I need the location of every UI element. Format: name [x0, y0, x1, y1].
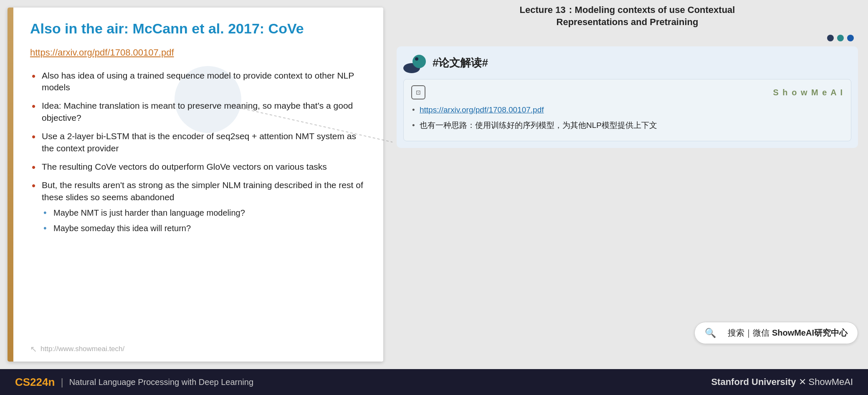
bottom-left: CS224n | Natural Language Processing wit…	[15, 376, 253, 389]
bullet-list: Also has idea of using a trained sequenc…	[30, 70, 367, 234]
card-bullet-link: https://arxiv.org/pdf/1708.00107.pdf	[411, 104, 843, 116]
bullet-item-2: Idea: Machine translation is meant to pr…	[30, 100, 367, 124]
card-bullet-list: https://arxiv.org/pdf/1708.00107.pdf 也有一…	[411, 104, 843, 131]
sub-bullet-item-2: Maybe someday this idea will return?	[42, 223, 367, 234]
search-text: 搜索｜微信 ShowMeAI研究中心	[728, 327, 848, 339]
dots-row	[397, 35, 858, 41]
search-icon: 🔍	[705, 328, 716, 339]
showmeai-card: ⊡ S h o w M e A I https://arxiv.org/pdf/…	[403, 79, 851, 141]
x-separator: ✕ ShowMeAI	[799, 377, 853, 387]
slide-content: Also in the air: McCann et al. 2017: CoV…	[13, 8, 383, 362]
brand-card: #论文解读# ⊡ S h o w M e A I https://arxiv.o…	[397, 46, 858, 148]
brand-logo	[403, 52, 427, 73]
showmeai-icon: ⊡	[411, 85, 425, 99]
bottom-divider: |	[61, 376, 63, 388]
sub-bullet-list: Maybe NMT is just harder than language m…	[42, 207, 367, 234]
bullet-item-1: Also has idea of using a trained sequenc…	[30, 70, 367, 94]
sub-bullet-item-1: Maybe NMT is just harder than language m…	[42, 207, 367, 219]
brand-hashtag: #论文解读#	[433, 56, 488, 70]
bullet-item-5: But, the results aren't as strong as the…	[30, 179, 367, 234]
right-panel: Lecture 13：Modeling contexts of use Cont…	[383, 0, 868, 369]
slide-title: Also in the air: McCann et al. 2017: CoV…	[30, 20, 367, 37]
lecture-title: Lecture 13：Modeling contexts of use Cont…	[397, 4, 858, 28]
university-name: Stanford University	[711, 377, 796, 387]
card-arxiv-link[interactable]: https://arxiv.org/pdf/1708.00107.pdf	[420, 105, 544, 114]
cursor-icon: ↖	[30, 344, 37, 354]
slide-footer: ↖ http://www.showmeai.tech/	[30, 344, 124, 354]
bullet-item-4: The resulting CoVe vectors do outperform…	[30, 161, 367, 173]
svg-point-1	[412, 55, 426, 68]
dot-3	[847, 35, 854, 41]
brand-header: #论文解读#	[403, 52, 851, 73]
slide-left-bar	[8, 8, 13, 362]
card-bullet-text: 也有一种思路：使用训练好的序列模型，为其他NLP模型提供上下文	[411, 120, 843, 131]
search-bar[interactable]: 🔍 搜索｜微信 ShowMeAI研究中心	[694, 322, 858, 344]
bottom-bar: CS224n | Natural Language Processing wit…	[0, 369, 868, 395]
slide-link[interactable]: https://arxiv.org/pdf/1708.00107.pdf	[30, 47, 367, 58]
course-code: CS224n	[15, 376, 55, 389]
dot-1	[827, 35, 834, 41]
bottom-subtitle: Natural Language Processing with Deep Le…	[69, 377, 253, 387]
content-area: Also in the air: McCann et al. 2017: CoV…	[0, 0, 868, 369]
showmeai-label: S h o w M e A I	[773, 88, 843, 97]
bottom-right: Stanford University ✕ ShowMeAI	[711, 377, 853, 387]
slide-panel: Also in the air: McCann et al. 2017: CoV…	[8, 8, 383, 362]
footer-url: http://www.showmeai.tech/	[40, 345, 124, 353]
bullet-item-3: Use a 2-layer bi-LSTM that is the encode…	[30, 130, 367, 154]
svg-point-2	[415, 57, 418, 61]
showmeai-card-header: ⊡ S h o w M e A I	[411, 85, 843, 99]
main-container: Also in the air: McCann et al. 2017: CoV…	[0, 0, 868, 395]
dot-2	[837, 35, 844, 41]
